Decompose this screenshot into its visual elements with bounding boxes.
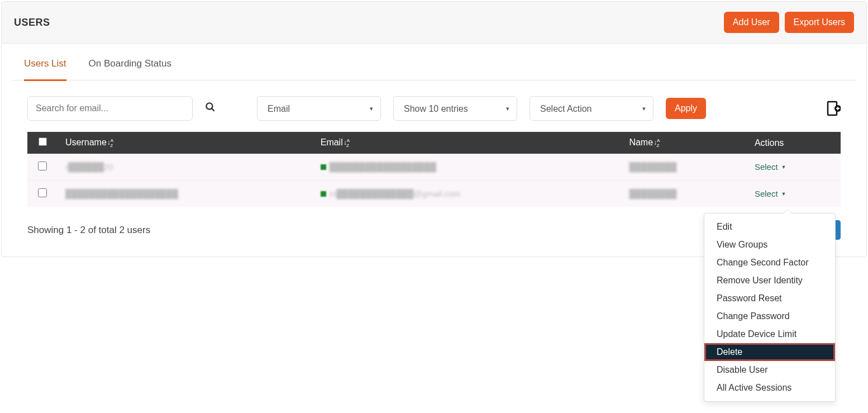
tab-users-list[interactable]: Users List: [24, 58, 66, 81]
caret-down-icon: ▼: [781, 191, 786, 197]
cell-username: ███████████████████: [65, 189, 178, 198]
sort-icon: ↓AZ: [344, 139, 349, 146]
svg-point-0: [206, 103, 212, 109]
col-check: [27, 132, 58, 154]
tabs: Users List On Boarding Status: [12, 45, 856, 80]
row-select-label: Select: [755, 162, 778, 172]
export-device-icon[interactable]: [826, 101, 841, 116]
cell-email: m█████████████@gmail.com: [330, 189, 460, 198]
tab-onboarding-status[interactable]: On Boarding Status: [89, 58, 171, 80]
cell-name: ████████: [629, 162, 676, 172]
cell-username: r██████20: [65, 162, 113, 172]
sort-icon: ↓AZ: [107, 139, 113, 146]
menu-view-groups[interactable]: View Groups: [704, 236, 835, 254]
caret-down-icon: ▼: [781, 164, 786, 170]
filter-row: Email ▾ Show 10 entries ▾ Select Action …: [2, 80, 866, 132]
email-field-select[interactable]: Email ▾: [257, 96, 381, 121]
header-buttons: Add User Export Users: [724, 12, 854, 33]
col-email-label: Email: [321, 137, 343, 147]
add-user-button[interactable]: Add User: [724, 12, 779, 33]
row-select-label: Select: [755, 189, 778, 198]
row-select-dropdown[interactable]: Select▼: [755, 189, 786, 198]
status-dot-icon: [321, 164, 326, 170]
col-username[interactable]: Username↓AZ: [58, 132, 313, 154]
menu-edit[interactable]: Edit: [704, 218, 835, 236]
sort-icon: ↓AZ: [654, 139, 659, 146]
dropdown-caret-icon: [784, 210, 791, 213]
col-actions-label: Actions: [755, 138, 784, 148]
col-email[interactable]: Email↓AZ: [313, 132, 622, 154]
table-row: r██████20 ██████████████████ ████████ Se…: [27, 154, 841, 181]
select-all-checkbox[interactable]: [39, 137, 47, 146]
col-name-label: Name: [629, 137, 653, 147]
col-actions: Actions: [747, 132, 841, 154]
table-header-row: Username↓AZ Email↓AZ Name↓AZ Actions: [27, 132, 841, 154]
users-table: Username↓AZ Email↓AZ Name↓AZ Actions r██…: [2, 132, 866, 207]
apply-button[interactable]: Apply: [666, 98, 706, 119]
svg-line-1: [212, 108, 214, 111]
page-header: USERS Add User Export Users: [1, 1, 867, 44]
row-checkbox[interactable]: [38, 162, 47, 170]
col-username-label: Username: [65, 137, 107, 147]
search-icon[interactable]: [205, 102, 216, 115]
action-select[interactable]: Select Action ▾: [530, 96, 654, 121]
export-users-button[interactable]: Export Users: [785, 12, 854, 33]
menu-change-second-factor[interactable]: Change Second Factor: [704, 254, 835, 257]
entries-select[interactable]: Show 10 entries ▾: [393, 96, 517, 121]
page-title: USERS: [14, 17, 50, 29]
row-select-dropdown[interactable]: Select▼: [755, 162, 786, 172]
search-input[interactable]: [27, 96, 193, 121]
showing-text: Showing 1 - 2 of total 2 users: [27, 225, 150, 236]
col-name[interactable]: Name↓AZ: [621, 132, 747, 154]
row-checkbox[interactable]: [38, 188, 47, 197]
cell-name: ████████: [629, 189, 676, 198]
row-actions-menu: Edit View Groups Change Second Factor Re…: [704, 213, 836, 257]
status-dot-icon: [321, 191, 326, 197]
cell-email: ██████████████████: [330, 162, 436, 172]
table-row: ███████████████████ m█████████████@gmail…: [27, 181, 841, 207]
